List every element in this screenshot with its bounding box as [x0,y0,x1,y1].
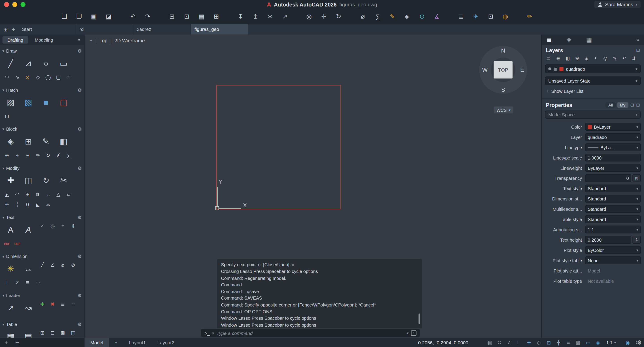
property-side-button[interactable]: ⇕ [632,236,641,244]
create-block-tool-icon[interactable]: ⊞ [20,133,36,149]
section-collapse-icon[interactable]: ▾ [2,255,4,258]
layer-state-selector[interactable]: Unsaved Layer State ▾ [545,77,641,85]
copy-tool-icon[interactable]: ◫ [20,172,36,189]
panel-dock-icon[interactable]: ⊡ [636,48,640,53]
new-drawing-tab-button[interactable]: + [12,26,15,33]
previous-layer-icon[interactable]: ↶ [621,56,628,61]
save-as-icon[interactable]: ◪ [105,13,112,20]
attach-reference-tool-icon[interactable]: ⊕ [2,151,12,160]
insert-column-tool-icon[interactable]: ⊟ [48,328,57,337]
ortho-icon[interactable]: ∟ [516,340,522,346]
pan-icon[interactable]: ✛ [320,13,327,20]
add-layout-button[interactable]: + [109,338,123,347]
table-style-tool-icon[interactable]: ▤ [20,328,36,338]
space-selector[interactable]: Model Space ▾ [545,111,641,119]
viewport-view-control[interactable]: Top [100,38,108,44]
command-input-placeholder[interactable]: Type a command [216,331,404,335]
property-value[interactable]: Standard ▾ [585,195,641,203]
line-tool-icon[interactable]: ╱ [2,55,19,71]
property-value-box[interactable]: Standard ▾ [585,195,641,203]
filter-all-button[interactable]: All [606,102,616,108]
messages-icon[interactable]: ◍ [502,13,509,20]
tab-rd[interactable]: rd [76,24,133,35]
aligned-dimension-tool-icon[interactable]: ╱ [38,260,47,269]
section-settings-icon[interactable]: ⚙ [78,254,82,259]
property-value-box[interactable]: 1:1 ▾ [585,225,641,233]
layer-manager-icon[interactable]: ≣ [458,13,464,20]
viewcube-north[interactable]: N [501,47,505,54]
ordinate-dimension-tool-icon[interactable]: ⊥ [2,278,12,287]
scale-tool-icon[interactable]: △ [54,190,63,199]
tab-drafting[interactable]: Drafting [2,36,28,44]
point-style-icon[interactable]: ⊙ [418,13,426,20]
property-value-box[interactable]: None ▾ [585,256,641,264]
property-value-box[interactable]: quadrado ▾ [585,133,641,141]
palette-menu-icon[interactable]: ☰ [15,340,20,346]
text-scale-tool-icon[interactable]: ⇕ [69,221,78,230]
diameter-dimension-tool-icon[interactable]: ⊘ [69,260,78,269]
transparency-icon[interactable]: ▨ [575,340,582,346]
merge-cells-tool-icon[interactable]: ◫ [69,328,78,337]
section-settings-icon[interactable]: ⚙ [78,48,82,54]
layer-off-icon[interactable]: ◐ [592,56,599,61]
model-tab[interactable]: Model [84,338,109,347]
match-properties-icon[interactable]: ✎ [389,13,396,20]
section-collapse-icon[interactable]: ▾ [2,215,4,219]
move-tool-icon[interactable]: ✚ [2,172,19,189]
stretch-tool-icon[interactable]: ↔ [44,190,52,199]
multiline-text-tool-icon[interactable]: A [2,221,19,238]
save-icon[interactable]: ▣ [90,13,97,20]
minimize-window-button[interactable] [12,2,17,7]
add-palette-icon[interactable]: + [5,340,8,346]
array-tool-icon[interactable]: ⊞ [23,190,32,199]
property-value[interactable]: Model [585,267,641,274]
etransmit-icon[interactable]: ✉ [266,13,274,20]
rotate-tool-icon[interactable]: ↻ [38,172,54,189]
property-value[interactable]: 1:1 ▾ [585,225,641,233]
offset-tool-icon[interactable]: ≋ [33,190,42,199]
block-count-tool-icon[interactable]: ∑ [64,151,73,160]
property-value-box[interactable]: 1.0000 [585,154,641,162]
collapse-palette-button[interactable]: « [76,37,82,43]
align-leaders-tool-icon[interactable]: ≣ [58,299,67,308]
quick-dimension-tool-icon[interactable]: ✳ [2,260,19,277]
set-base-point-tool-icon[interactable]: ⌖ [13,151,22,160]
region-tool-icon[interactable]: ▢ [54,73,63,82]
tab-modeling[interactable]: Modeling [30,36,58,44]
property-value-box[interactable]: Standard ▾ [585,205,641,213]
plot-icon[interactable]: ⊟ [168,13,175,20]
jogged-dimension-tool-icon[interactable]: Z [13,278,22,287]
view-cube[interactable]: N S W E TOP [479,46,527,94]
property-value-box[interactable]: 0 [585,174,631,182]
fillet-tool-icon[interactable]: ◠ [13,190,22,199]
section-settings-icon[interactable]: ⚙ [78,321,82,327]
history-scrollbar[interactable] [418,313,420,324]
angular-dimension-tool-icon[interactable]: ∠ [48,260,57,269]
sheet-set-palette-tab[interactable]: ▦ [586,36,592,44]
match-layer-icon[interactable]: ✎ [612,56,618,61]
island-detection-tool-icon[interactable]: ⊡ [2,112,12,121]
share-command-icon[interactable]: ↑ [411,330,416,336]
panel-overflow-button[interactable]: » [636,37,639,43]
property-value[interactable]: 1.0000 [585,154,641,162]
mirror-tool-icon[interactable]: ◭ [2,190,12,199]
screen-share-icon[interactable]: ⊡ [487,13,494,20]
lock-layer-icon[interactable]: ◈ [583,56,590,61]
show-layer-list-toggle[interactable]: › Show Layer List [542,85,644,97]
property-value-box[interactable]: ByLa... ▾ [585,143,641,151]
property-value-box[interactable]: Standard ▾ [585,185,641,192]
drawing-canvas[interactable]: + | Top | 2D Wireframe N S W E TOP WCS ▾… [84,35,541,338]
annotation-visibility-icon[interactable]: ◉ [624,340,631,346]
polar-tracking-icon[interactable]: ✛ [526,340,532,346]
redo-icon[interactable]: ↷ [144,13,151,20]
snap-icon[interactable]: ∷ [496,340,503,346]
layer-state-icon[interactable]: ◧ [564,56,571,61]
property-value-box[interactable]: Not available [585,277,641,285]
export-icon[interactable]: ↥ [252,13,259,20]
import-pdf-text-tool-icon[interactable]: PDF [2,239,12,248]
import-icon[interactable]: ↧ [237,13,244,20]
join-tool-icon[interactable]: ∪ [23,200,32,209]
ellipse-tool-icon[interactable]: ◯ [44,73,52,82]
property-value[interactable]: Standard ▾ [585,185,641,192]
explode-tool-icon[interactable]: ✳ [2,200,12,209]
